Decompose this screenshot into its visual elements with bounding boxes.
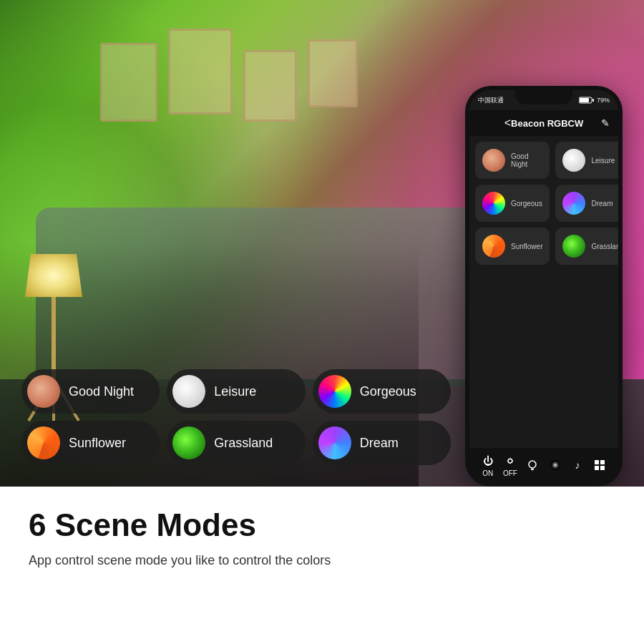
scene-btn-grassland[interactable]: Grassland bbox=[167, 421, 305, 465]
scene-btn-gorgeous[interactable]: Gorgeous bbox=[313, 369, 451, 414]
page-wrapper: Good Night Leisure Gorgeous Sunflower Gr… bbox=[0, 0, 644, 644]
scene-icon-sunflower bbox=[27, 426, 60, 459]
phone-icon-grassland bbox=[562, 235, 585, 258]
svg-point-9 bbox=[550, 460, 560, 470]
phone-icon-sunflower bbox=[482, 235, 505, 258]
phone-notch bbox=[515, 90, 572, 104]
scene-icon-goodnight bbox=[27, 375, 60, 408]
wall-frame-3 bbox=[243, 50, 297, 122]
on-icon: ⏻ bbox=[481, 454, 495, 468]
page-title: 6 Scene Modes bbox=[29, 508, 615, 542]
phone-outer: 中国联通 11:08 79% bbox=[465, 86, 623, 487]
scene-buttons-overlay: Good Night Leisure Gorgeous Sunflower Gr… bbox=[14, 362, 458, 472]
scene-btn-leisure[interactable]: Leisure bbox=[167, 369, 305, 414]
phone-scene-leisure[interactable]: Leisure bbox=[555, 142, 618, 179]
phone-btn-bulb[interactable] bbox=[525, 458, 540, 472]
phone-content: Good Night Leisure Gorgeous bbox=[469, 136, 618, 448]
bottom-section: 6 Scene Modes App control scene mode you… bbox=[0, 487, 644, 644]
phone-scene-gorgeous[interactable]: Gorgeous bbox=[475, 185, 550, 222]
scene-btn-goodnight[interactable]: Good Night bbox=[21, 369, 160, 414]
phone-title-bar: < Beacon RGBCW ✎ bbox=[469, 110, 618, 136]
phone-battery-area: 79% bbox=[579, 97, 610, 104]
phone-carrier: 中国联通 bbox=[478, 96, 504, 105]
phone-label-gorgeous: Gorgeous bbox=[511, 200, 542, 208]
wall-frames bbox=[86, 14, 458, 172]
wall-frame-2 bbox=[168, 29, 233, 114]
phone-label-dream: Dream bbox=[591, 200, 613, 208]
phone-btn-off[interactable]: ⭘ OFF bbox=[503, 454, 517, 477]
svg-rect-10 bbox=[595, 460, 599, 464]
scene-btn-sunflower[interactable]: Sunflower bbox=[21, 421, 160, 465]
phone-icon-dream bbox=[562, 192, 585, 215]
scene-label-leisure: Leisure bbox=[214, 384, 256, 399]
svg-rect-13 bbox=[600, 466, 605, 470]
phone-label-sunflower: Sunflower bbox=[511, 243, 542, 250]
scene-label-goodnight: Good Night bbox=[69, 384, 134, 399]
phone-scene-goodnight[interactable]: Good Night bbox=[475, 142, 550, 179]
phone-scene-grassland[interactable]: Grassland bbox=[555, 228, 618, 265]
phone-icon-leisure bbox=[562, 149, 585, 172]
phone-label-leisure: Leisure bbox=[591, 157, 615, 165]
scene-label-dream: Dream bbox=[360, 436, 399, 451]
phone-scene-dream[interactable]: Dream bbox=[555, 185, 618, 222]
edit-icon[interactable]: ✎ bbox=[601, 117, 610, 129]
phone-btn-music[interactable]: ♪ bbox=[570, 458, 585, 472]
wall-frame-4 bbox=[308, 39, 358, 107]
svg-rect-5 bbox=[592, 99, 594, 102]
scene-btn-dream[interactable]: Dream bbox=[313, 421, 451, 465]
phone-screen: 中国联通 11:08 79% bbox=[469, 90, 618, 482]
phone-label-grassland: Grassland bbox=[591, 243, 618, 250]
on-label: ON bbox=[482, 469, 493, 477]
lamp-shade bbox=[25, 254, 82, 297]
color-icon bbox=[548, 458, 562, 472]
phone-btn-grid[interactable] bbox=[592, 458, 607, 472]
grid-icon bbox=[592, 458, 607, 472]
phone-icon-gorgeous bbox=[482, 192, 505, 215]
battery-icon bbox=[579, 97, 595, 104]
phone-mockup: 中国联通 11:08 79% bbox=[465, 86, 623, 487]
svg-rect-11 bbox=[600, 460, 605, 464]
scene-icon-leisure bbox=[172, 375, 205, 408]
scene-icon-gorgeous bbox=[318, 375, 351, 408]
phone-icon-goodnight bbox=[482, 149, 505, 172]
scene-label-grassland: Grassland bbox=[214, 436, 273, 451]
off-icon: ⭘ bbox=[503, 454, 517, 468]
scene-icon-dream bbox=[318, 426, 351, 459]
photo-background: Good Night Leisure Gorgeous Sunflower Gr… bbox=[0, 0, 644, 487]
phone-app-title: Beacon RGBCW bbox=[511, 118, 583, 129]
scene-label-gorgeous: Gorgeous bbox=[360, 384, 416, 399]
phone-label-goodnight: Good Night bbox=[511, 152, 542, 168]
back-icon[interactable]: < bbox=[504, 117, 511, 130]
phone-btn-color[interactable] bbox=[548, 458, 562, 472]
off-label: OFF bbox=[503, 469, 517, 477]
svg-point-6 bbox=[529, 461, 536, 468]
page-subtitle: App control scene mode you like to contr… bbox=[29, 551, 429, 570]
phone-battery-pct: 79% bbox=[597, 97, 610, 104]
phone-scene-sunflower[interactable]: Sunflower bbox=[475, 228, 550, 265]
bulb-icon bbox=[525, 458, 540, 472]
svg-rect-12 bbox=[595, 466, 599, 470]
wall-frame-1 bbox=[100, 43, 157, 122]
phone-btn-on[interactable]: ⏻ ON bbox=[481, 454, 495, 477]
svg-rect-4 bbox=[580, 98, 589, 102]
svg-rect-7 bbox=[531, 469, 534, 470]
music-icon: ♪ bbox=[570, 458, 585, 472]
phone-bottom-bar: ⏻ ON ⭘ OFF bbox=[469, 448, 618, 482]
scene-label-sunflower: Sunflower bbox=[69, 436, 126, 451]
scene-icon-grassland bbox=[172, 426, 205, 459]
phone-scene-grid: Good Night Leisure Gorgeous bbox=[475, 142, 613, 265]
